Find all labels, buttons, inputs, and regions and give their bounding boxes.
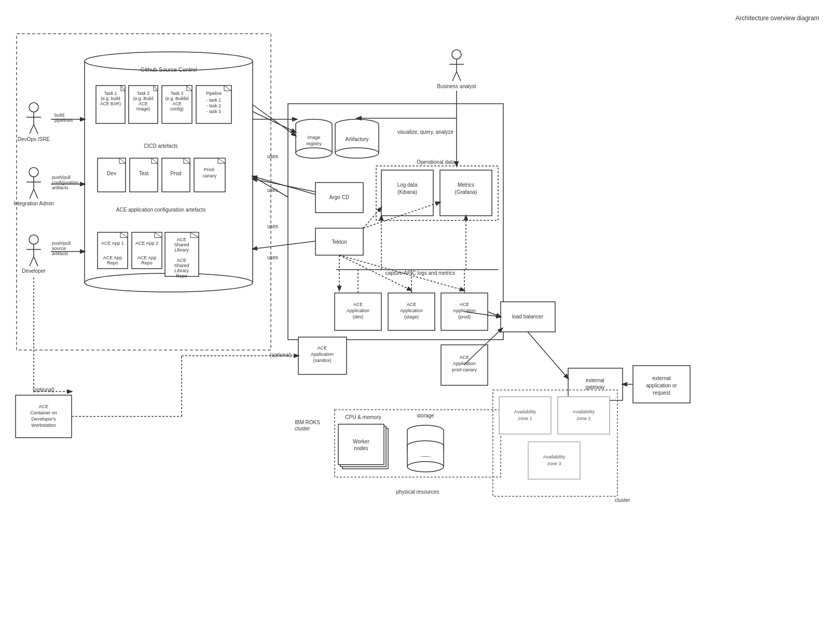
svg-text:DevOps /SRE: DevOps /SRE bbox=[18, 136, 50, 142]
svg-text:Availability: Availability bbox=[514, 409, 536, 414]
svg-text:ACE App: ACE App bbox=[137, 255, 157, 260]
svg-text:canary: canary bbox=[202, 173, 217, 178]
svg-marker-50 bbox=[154, 86, 158, 91]
svg-rect-152 bbox=[633, 366, 690, 403]
svg-rect-164 bbox=[16, 395, 72, 438]
svg-text:artifacts: artifacts bbox=[52, 185, 68, 190]
svg-text:(optional): (optional) bbox=[270, 352, 292, 358]
svg-marker-79 bbox=[184, 158, 190, 163]
svg-rect-127 bbox=[440, 170, 492, 216]
svg-text:Availability: Availability bbox=[543, 454, 566, 459]
svg-marker-71 bbox=[119, 158, 126, 163]
svg-rect-143 bbox=[441, 293, 488, 330]
svg-text:IBM ROKS: IBM ROKS bbox=[295, 420, 320, 425]
svg-rect-78 bbox=[162, 158, 190, 192]
svg-text:- task 1: - task 1 bbox=[206, 97, 221, 103]
svg-text:nodes: nodes bbox=[354, 445, 368, 451]
svg-text:ACE: ACE bbox=[172, 101, 182, 106]
svg-line-24 bbox=[34, 257, 38, 266]
svg-rect-186 bbox=[407, 446, 444, 456]
svg-point-26 bbox=[452, 50, 461, 59]
svg-rect-117 bbox=[335, 124, 379, 153]
svg-line-11 bbox=[30, 124, 34, 134]
svg-marker-100 bbox=[190, 232, 199, 238]
svg-rect-49 bbox=[129, 86, 158, 123]
svg-point-1 bbox=[85, 52, 253, 71]
svg-line-58 bbox=[187, 86, 192, 91]
svg-point-189 bbox=[407, 462, 444, 472]
svg-text:load balancer: load balancer bbox=[512, 314, 544, 319]
svg-text:Shared: Shared bbox=[174, 242, 189, 247]
svg-line-215 bbox=[253, 105, 296, 136]
svg-rect-43 bbox=[96, 86, 125, 123]
svg-text:push/pull: push/pull bbox=[52, 241, 71, 246]
svg-rect-174 bbox=[342, 428, 388, 469]
svg-rect-190 bbox=[493, 390, 617, 496]
svg-text:ACE application configuration : ACE application configuration artefacts bbox=[116, 207, 205, 213]
svg-text:cluster: cluster bbox=[615, 497, 630, 503]
svg-line-30 bbox=[457, 72, 461, 81]
svg-line-222 bbox=[528, 332, 568, 379]
svg-rect-135 bbox=[335, 293, 381, 330]
svg-rect-147 bbox=[501, 302, 555, 332]
svg-text:push/pull: push/pull bbox=[52, 175, 71, 180]
svg-rect-82 bbox=[194, 158, 225, 192]
svg-line-45 bbox=[121, 86, 125, 91]
svg-line-218 bbox=[339, 255, 464, 290]
svg-text:Tekton: Tekton bbox=[332, 239, 347, 245]
svg-text:ACE BAR): ACE BAR) bbox=[100, 101, 121, 106]
svg-text:Argo CD: Argo CD bbox=[329, 194, 349, 200]
svg-text:ACE: ACE bbox=[353, 302, 363, 307]
svg-text:ACE App: ACE App bbox=[103, 255, 122, 260]
svg-text:ACE: ACE bbox=[177, 258, 187, 263]
svg-text:(optional): (optional) bbox=[33, 387, 54, 393]
svg-text:Application: Application bbox=[400, 308, 423, 313]
svg-text:Application: Application bbox=[347, 308, 369, 313]
svg-text:Repo: Repo bbox=[107, 260, 118, 266]
svg-text:ACE: ACE bbox=[177, 237, 187, 242]
svg-text:Github Source Control: Github Source Control bbox=[141, 66, 197, 73]
svg-line-18 bbox=[34, 189, 38, 199]
svg-line-51 bbox=[154, 86, 158, 91]
svg-text:(Kibana): (Kibana) bbox=[397, 189, 417, 195]
svg-text:ACE App 2: ACE App 2 bbox=[135, 241, 158, 246]
svg-text:image: image bbox=[308, 135, 321, 140]
svg-text:Business analyst: Business analyst bbox=[437, 83, 476, 89]
svg-text:(dev): (dev) bbox=[353, 314, 364, 319]
svg-rect-169 bbox=[335, 410, 501, 477]
svg-rect-122 bbox=[376, 166, 498, 220]
svg-text:request: request bbox=[653, 390, 670, 396]
svg-text:application or: application or bbox=[646, 383, 677, 388]
svg-text:uses: uses bbox=[267, 255, 278, 260]
svg-text:(prod): (prod) bbox=[458, 314, 471, 319]
svg-text:build: build bbox=[54, 113, 64, 118]
svg-rect-149 bbox=[568, 368, 623, 400]
svg-text:source: source bbox=[52, 246, 66, 251]
svg-text:(stage): (stage) bbox=[404, 314, 419, 319]
svg-text:zone 2: zone 2 bbox=[576, 416, 590, 421]
svg-text:Test: Test bbox=[139, 171, 149, 176]
svg-point-109 bbox=[296, 119, 332, 130]
svg-text:Workstation: Workstation bbox=[31, 423, 56, 428]
svg-marker-88 bbox=[120, 232, 128, 238]
svg-rect-110 bbox=[296, 124, 332, 153]
svg-line-23 bbox=[30, 257, 34, 266]
svg-line-221 bbox=[464, 328, 502, 365]
svg-text:uses: uses bbox=[267, 187, 278, 193]
svg-line-84 bbox=[218, 158, 225, 163]
svg-text:config): config) bbox=[170, 106, 184, 111]
svg-line-12 bbox=[34, 124, 38, 134]
svg-text:(e.g. build: (e.g. build bbox=[101, 96, 120, 101]
svg-line-213 bbox=[253, 176, 315, 194]
svg-point-20 bbox=[29, 235, 38, 244]
svg-text:CICD artefacts: CICD artefacts bbox=[144, 143, 178, 149]
svg-line-89 bbox=[120, 232, 128, 238]
svg-rect-134 bbox=[288, 104, 503, 340]
svg-line-225 bbox=[363, 202, 440, 228]
diagram-container: Architecture overview diagram Github Sou… bbox=[0, 0, 840, 628]
svg-text:Availability: Availability bbox=[573, 409, 595, 414]
svg-text:Application: Application bbox=[311, 352, 334, 357]
svg-text:Worker: Worker bbox=[353, 439, 370, 444]
svg-rect-160 bbox=[298, 337, 347, 374]
svg-text:zone 3: zone 3 bbox=[547, 461, 561, 466]
